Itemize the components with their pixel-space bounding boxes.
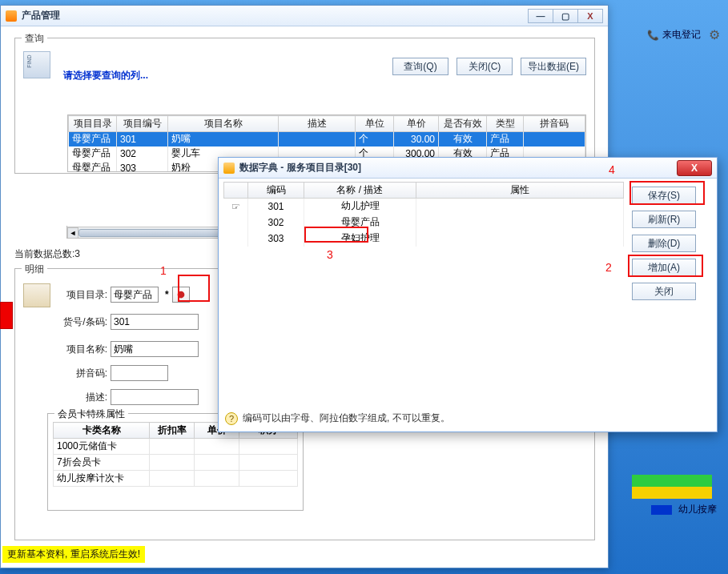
category-field[interactable] [111, 287, 159, 303]
phone-icon: 📞 [647, 30, 659, 41]
table-row[interactable]: ☞ 301 幼儿护理 [224, 199, 624, 215]
annotation-number-3: 3 [327, 248, 333, 261]
hint-icon: ? [225, 412, 238, 425]
dialog-grid[interactable]: 编码 名称 / 描述 属性 ☞ 301 幼儿护理 302 母婴产品 303 孕妇… [223, 182, 624, 398]
pinyin-field[interactable] [111, 365, 168, 381]
member-card-legend: 会员卡特殊属性 [54, 407, 128, 421]
delete-button[interactable]: 删除(D) [632, 235, 696, 252]
code-field[interactable] [111, 314, 199, 330]
annotation-number-2: 2 [605, 261, 612, 274]
col-price[interactable]: 单价 [394, 116, 439, 132]
table-row[interactable]: 302 母婴产品 [224, 215, 624, 231]
hint-text: 编码可以由字母、阿拉伯数字组成, 不可以重复。 [243, 411, 450, 425]
query-groupbox: 查询 请选择要查询的列... 查询(Q) 关闭(C) 导出数据(E) 项目目录 … [14, 38, 595, 174]
dlg-col-code[interactable]: 编码 [248, 183, 304, 199]
total-count-label: 当前数据总数:3 [14, 247, 80, 261]
dlg-col-name[interactable]: 名称 / 描述 [304, 183, 416, 199]
annotation-box-2-add [628, 255, 703, 277]
dialog-title: 数据字典 - 服务项目目录[30] [239, 161, 361, 175]
dialog-hint: ? 编码可以由字母、阿拉伯数字组成, 不可以重复。 [225, 411, 450, 425]
card-col-discount[interactable]: 折扣率 [150, 423, 195, 439]
titlebar[interactable]: 产品管理 — ▢ X [1, 6, 608, 26]
query-button[interactable]: 查询(Q) [392, 58, 448, 75]
annotation-box-3-cell [304, 227, 368, 243]
detail-legend: 明细 [22, 263, 47, 276]
col-code[interactable]: 项目编号 [117, 116, 168, 132]
caller-registration[interactable]: 📞 来电登记 ⚙ [647, 27, 720, 42]
legend-row: 幼儿按摩 [651, 503, 717, 516]
refresh-button[interactable]: 刷新(R) [632, 211, 696, 228]
left-red-tab[interactable] [0, 302, 13, 329]
scroll-left-arrow[interactable]: ◄ [67, 227, 78, 239]
green-swatch [632, 475, 712, 487]
dialog-icon [223, 163, 235, 174]
results-header-row: 项目目录 项目编号 项目名称 描述 单位 单价 是否有效 类型 拼音码 [69, 116, 585, 132]
query-prompt[interactable]: 请选择要查询的列... [63, 69, 148, 82]
pinyin-label: 拼音码: [59, 367, 107, 380]
table-row[interactable]: 303 孕妇护理 [224, 231, 624, 247]
row-pointer-icon: ☞ [224, 199, 248, 215]
dialog-close-text-button[interactable]: 关闭 [632, 283, 696, 300]
find-icon [23, 51, 50, 78]
maximize-button[interactable]: ▢ [553, 9, 578, 23]
window-controls: — ▢ X [529, 9, 603, 23]
app-icon [6, 10, 17, 22]
minimize-button[interactable]: — [528, 9, 553, 23]
col-name[interactable]: 项目名称 [168, 116, 279, 132]
col-unit[interactable]: 单位 [356, 116, 394, 132]
required-mark: * [165, 289, 169, 300]
col-pinyin[interactable]: 拼音码 [524, 116, 585, 132]
caller-label: 来电登记 [662, 28, 701, 42]
code-label: 货号/条码: [59, 315, 107, 329]
annotation-number-1: 1 [160, 264, 167, 277]
dlg-col-attr[interactable]: 属性 [416, 183, 624, 199]
dlg-col-pointer [224, 183, 248, 199]
window-title: 产品管理 [22, 9, 60, 22]
name-field[interactable] [111, 341, 199, 357]
close-button[interactable]: X [577, 9, 603, 23]
yellow-swatch [632, 487, 712, 499]
detail-icon [23, 283, 50, 307]
name-label: 项目名称: [59, 343, 107, 356]
annotation-box-1 [178, 275, 210, 302]
query-buttons: 查询(Q) 关闭(C) 导出数据(E) [392, 58, 586, 75]
query-legend: 查询 [22, 32, 47, 46]
table-row[interactable]: 1000元储值卡 [54, 439, 298, 455]
table-row[interactable]: 母婴产品 301 奶嘴 个 30.00 有效 产品 [69, 132, 585, 147]
table-row[interactable]: 7折会员卡 [54, 455, 298, 471]
desc-field[interactable] [111, 389, 199, 405]
col-valid[interactable]: 是否有效 [439, 116, 487, 132]
col-category[interactable]: 项目目录 [69, 116, 117, 132]
col-desc[interactable]: 描述 [279, 116, 356, 132]
legend-label: 幼儿按摩 [678, 503, 717, 516]
annotation-number-4: 4 [609, 163, 615, 176]
category-label: 项目目录: [59, 288, 107, 302]
desc-label: 描述: [59, 391, 107, 404]
dialog-close-button[interactable]: X [677, 160, 712, 176]
annotation-box-4-save [629, 181, 705, 205]
table-row[interactable]: 幼儿按摩计次卡 [54, 471, 298, 487]
dialog-titlebar[interactable]: 数据字典 - 服务项目目录[30] [219, 158, 717, 179]
gear-icon[interactable]: ⚙ [709, 27, 720, 42]
card-col-name[interactable]: 卡类名称 [54, 423, 150, 439]
close-query-button[interactable]: 关闭(C) [457, 58, 513, 75]
legend-swatch-blue [651, 505, 672, 515]
export-button[interactable]: 导出数据(E) [521, 58, 586, 75]
status-message: 更新基本资料, 重启系统后生效! [2, 546, 145, 563]
col-type[interactable]: 类型 [487, 116, 524, 132]
